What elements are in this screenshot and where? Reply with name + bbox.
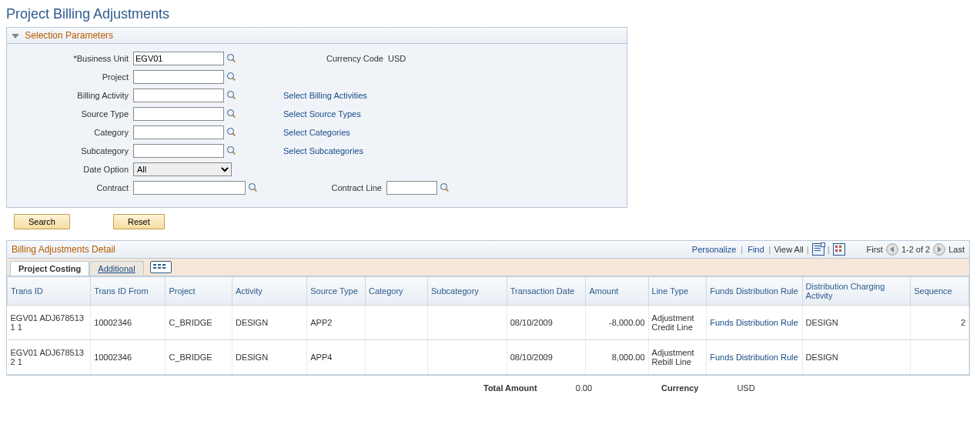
cell: Adjustment Credit Line bbox=[648, 306, 707, 340]
date-option-label: Date Option bbox=[13, 165, 133, 174]
col-trans-id-from[interactable]: Trans ID From bbox=[91, 277, 166, 306]
page-title: Project Billing Adjustments bbox=[6, 6, 980, 22]
col-subcategory[interactable]: Subcategory bbox=[428, 277, 507, 306]
table-row: EGV01 ADJ678513 1 110002346C_BRIDGEDESIG… bbox=[8, 306, 969, 340]
project-label: Project bbox=[13, 72, 133, 82]
cell: EGV01 ADJ678513 2 1 bbox=[8, 340, 91, 375]
col-trans-id[interactable]: Trans ID bbox=[8, 277, 91, 306]
cell: 10002346 bbox=[91, 340, 166, 375]
currency-code-label: Currency Code bbox=[237, 54, 388, 63]
lookup-icon[interactable] bbox=[226, 127, 237, 138]
cell: 08/10/2009 bbox=[507, 340, 586, 375]
show-all-tabs-icon[interactable] bbox=[150, 261, 172, 273]
cell bbox=[428, 340, 507, 375]
col-line-type[interactable]: Line Type bbox=[648, 277, 707, 306]
date-option-select[interactable]: All bbox=[133, 162, 232, 176]
cell: 08/10/2009 bbox=[507, 306, 586, 340]
currency-code-value: USD bbox=[388, 54, 406, 63]
category-label: Category bbox=[13, 128, 133, 137]
table-row: EGV01 ADJ678513 2 110002346C_BRIDGEDESIG… bbox=[8, 340, 969, 375]
column-header-row: Trans ID Trans ID From Project Activity … bbox=[8, 277, 969, 306]
lookup-icon[interactable] bbox=[226, 145, 237, 156]
tab-project-costing[interactable]: Project Costing bbox=[10, 261, 89, 276]
prev-icon[interactable] bbox=[886, 243, 898, 256]
lookup-icon[interactable] bbox=[226, 109, 237, 119]
currency-label: Currency bbox=[661, 383, 698, 393]
billing-activity-input[interactable] bbox=[133, 89, 224, 102]
view-all-link[interactable]: View All bbox=[774, 245, 803, 254]
lookup-icon[interactable] bbox=[248, 182, 259, 193]
personalize-link[interactable]: Personalize bbox=[692, 245, 736, 254]
cell[interactable]: Funds Distribution Rule bbox=[707, 340, 802, 375]
lookup-icon[interactable] bbox=[226, 72, 237, 82]
section-title: Selection Parameters bbox=[25, 30, 113, 41]
cell[interactable]: Funds Distribution Rule bbox=[707, 306, 802, 340]
cell bbox=[365, 340, 427, 375]
col-dca[interactable]: Distribution Charging Activity bbox=[802, 277, 911, 306]
cell: DESIGN bbox=[802, 340, 911, 375]
next-icon[interactable] bbox=[933, 243, 945, 256]
reset-button[interactable]: Reset bbox=[113, 214, 165, 229]
business-unit-input[interactable] bbox=[133, 52, 224, 65]
cell: APP4 bbox=[307, 340, 366, 375]
billing-activity-label: Billing Activity bbox=[13, 91, 133, 100]
col-source-type[interactable]: Source Type bbox=[307, 277, 366, 306]
category-input[interactable] bbox=[133, 125, 224, 139]
funds-distribution-rule-link[interactable]: Funds Distribution Rule bbox=[710, 353, 798, 362]
select-subcategories-link[interactable]: Select Subcategories bbox=[283, 146, 363, 155]
cell: DESIGN bbox=[232, 306, 306, 340]
lookup-icon[interactable] bbox=[440, 182, 450, 193]
lookup-icon[interactable] bbox=[226, 53, 237, 64]
col-amount[interactable]: Amount bbox=[586, 277, 648, 306]
billing-adjustments-grid: Billing Adjustments Detail Personalize |… bbox=[6, 240, 970, 376]
total-amount-label: Total Amount bbox=[483, 383, 537, 393]
section-header[interactable]: Selection Parameters bbox=[7, 28, 627, 44]
col-fdr[interactable]: Funds Distribution Rule bbox=[707, 277, 802, 306]
source-type-label: Source Type bbox=[13, 109, 133, 119]
source-type-input[interactable] bbox=[133, 107, 224, 121]
cell: 2 bbox=[911, 306, 969, 340]
lookup-icon[interactable] bbox=[226, 90, 237, 101]
cell: 10002346 bbox=[91, 306, 166, 340]
cell bbox=[428, 306, 507, 340]
col-sequence[interactable]: Sequence bbox=[911, 277, 969, 306]
first-link[interactable]: First bbox=[867, 245, 883, 254]
cell: 8,000.00 bbox=[586, 340, 648, 375]
col-activity[interactable]: Activity bbox=[232, 277, 306, 306]
col-project[interactable]: Project bbox=[166, 277, 232, 306]
contract-line-label: Contract Line bbox=[259, 183, 386, 192]
subcategory-input[interactable] bbox=[133, 144, 224, 158]
col-trans-date[interactable]: Transaction Date bbox=[507, 277, 586, 306]
grid-title: Billing Adjustments Detail bbox=[12, 244, 115, 255]
subcategory-label: Subcategory bbox=[13, 146, 133, 155]
select-billing-activities-link[interactable]: Select Billing Activities bbox=[283, 91, 367, 100]
col-category[interactable]: Category bbox=[365, 277, 427, 306]
cell: DESIGN bbox=[232, 340, 306, 375]
funds-distribution-rule-link[interactable]: Funds Distribution Rule bbox=[710, 318, 798, 327]
cell: C_BRIDGE bbox=[166, 340, 232, 375]
contract-line-input[interactable] bbox=[386, 181, 437, 195]
row-range: 1-2 of 2 bbox=[901, 245, 930, 254]
cell: APP2 bbox=[307, 306, 366, 340]
tab-additional[interactable]: Additional bbox=[89, 261, 143, 276]
contract-input[interactable] bbox=[133, 181, 246, 195]
find-link[interactable]: Find bbox=[748, 245, 764, 254]
cell: DESIGN bbox=[802, 306, 911, 340]
download-icon[interactable] bbox=[833, 243, 845, 256]
totals-row: Total Amount 0.00 Currency USD bbox=[6, 383, 980, 393]
select-source-types-link[interactable]: Select Source Types bbox=[283, 109, 361, 119]
last-link[interactable]: Last bbox=[948, 245, 965, 254]
total-amount-value: 0.00 bbox=[576, 383, 592, 393]
cell bbox=[911, 340, 969, 375]
select-categories-link[interactable]: Select Categories bbox=[283, 128, 350, 137]
zoom-icon[interactable] bbox=[812, 243, 824, 256]
project-input[interactable] bbox=[133, 70, 224, 84]
currency-value: USD bbox=[737, 383, 754, 393]
cell: -8,000.00 bbox=[586, 306, 648, 340]
search-button[interactable]: Search bbox=[14, 214, 70, 229]
cell: EGV01 ADJ678513 1 1 bbox=[8, 306, 91, 340]
cell: C_BRIDGE bbox=[166, 306, 232, 340]
contract-label: Contract bbox=[13, 183, 133, 192]
business-unit-label: *Business Unit bbox=[13, 54, 133, 63]
collapse-icon bbox=[12, 34, 19, 38]
